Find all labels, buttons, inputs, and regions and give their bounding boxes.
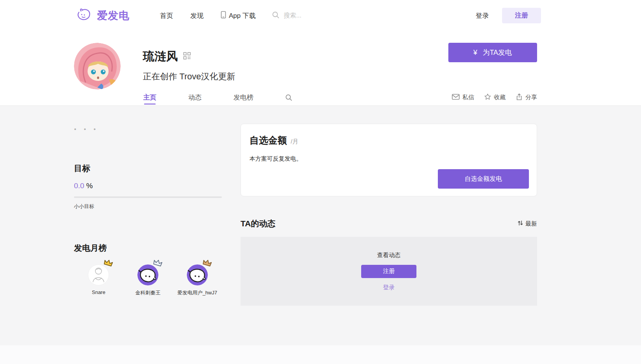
- afdian-logo-icon: [76, 8, 92, 23]
- feed-locked-box: 查看动态 注册 登录: [241, 237, 537, 306]
- plan-description: 本方案可反复发电。: [249, 155, 529, 163]
- tab-home[interactable]: 主页: [143, 89, 156, 105]
- goal-percent: 0.0%: [74, 182, 222, 190]
- supporter-avatar: [187, 264, 208, 285]
- profile-info: 琉涟风 正在创作 Trove汉化更新: [143, 43, 235, 89]
- creator-status: 正在创作 Trove汉化更新: [143, 71, 235, 82]
- feed-sort-control[interactable]: 最新: [518, 220, 537, 228]
- favorite-action[interactable]: 收藏: [484, 93, 506, 102]
- feed-login-link[interactable]: 登录: [383, 284, 395, 291]
- supporter-avatar: [88, 264, 109, 285]
- intro-dots: 。。。: [74, 124, 222, 131]
- supporter-name: 爱发电用户_hwJ7: [177, 289, 217, 296]
- monthly-rank-list: Snare: [74, 264, 222, 296]
- feed-sort-label: 最新: [525, 220, 537, 228]
- afdian-logo[interactable]: 爱发电: [76, 8, 130, 23]
- tab-rank[interactable]: 发电榜: [234, 89, 253, 105]
- share-icon: [516, 93, 523, 102]
- top-navigation: 爱发电 首页 发现 App 下载 登录 注册: [0, 0, 641, 31]
- page-content: 。。。 目标 0.0% 小小目标 发电月榜: [0, 106, 641, 345]
- feed-register-button[interactable]: 注册: [361, 265, 416, 278]
- star-icon: [484, 93, 491, 102]
- goal-section-title: 目标: [74, 163, 222, 174]
- monthly-rank-title: 发电月榜: [74, 243, 222, 254]
- nav-item-home[interactable]: 首页: [160, 11, 173, 20]
- feed-title: TA的动态: [241, 218, 275, 229]
- sponsor-button[interactable]: ¥ 为TA发电: [448, 43, 537, 62]
- supporter-name: Snare: [92, 289, 105, 295]
- share-action[interactable]: 分享: [516, 93, 537, 102]
- sort-icon: [518, 220, 523, 227]
- goal-progress-bar: [74, 196, 222, 198]
- nav-item-app-download[interactable]: App 下载: [221, 11, 256, 21]
- feed-locked-message: 查看动态: [377, 252, 400, 259]
- supporter-item[interactable]: 爱发电用户_hwJ7: [172, 264, 222, 296]
- profile-tabs-row: 主页 动态 发电榜 私信 收藏: [0, 89, 641, 106]
- supporter-item[interactable]: 金科刺秦王: [123, 264, 173, 296]
- main-column: 自选金额 /月 本方案可反复发电。 自选金额发电 TA的动态 最新 查: [241, 124, 537, 345]
- sponsor-button-label: 为TA发电: [483, 48, 512, 57]
- search-input[interactable]: [283, 12, 322, 19]
- profile-tabs: 主页 动态 发电榜: [143, 89, 253, 105]
- tab-search-icon[interactable]: [285, 94, 292, 101]
- profile-header: 琉涟风 正在创作 Trove汉化更新 ¥ 为TA发电: [0, 31, 641, 89]
- footer-strip: [0, 345, 641, 364]
- feed-header: TA的动态 最新: [241, 218, 537, 229]
- qr-code-icon[interactable]: [183, 52, 191, 61]
- creator-name: 琉涟风: [143, 49, 178, 65]
- nav-item-discover[interactable]: 发现: [190, 11, 204, 20]
- phone-icon: [221, 11, 226, 21]
- plan-title: 自选金额: [249, 134, 287, 147]
- plan-card: 自选金额 /月 本方案可反复发电。 自选金额发电: [241, 124, 537, 196]
- profile-actions: 私信 收藏 分享: [452, 93, 537, 102]
- envelope-icon: [452, 94, 460, 101]
- login-button[interactable]: 登录: [476, 11, 489, 20]
- plan-period: /月: [291, 138, 298, 145]
- nav-search: [272, 11, 322, 20]
- message-action[interactable]: 私信: [452, 94, 474, 101]
- tab-feed[interactable]: 动态: [188, 89, 202, 105]
- custom-amount-sponsor-button[interactable]: 自选金额发电: [438, 169, 529, 189]
- goal-percent-value: 0.0: [74, 182, 84, 190]
- brand-name: 爱发电: [97, 9, 130, 23]
- supporter-name: 金科刺秦王: [135, 289, 161, 296]
- supporter-item[interactable]: Snare: [74, 264, 123, 296]
- creator-avatar-image: [74, 43, 121, 89]
- creator-avatar: [74, 43, 121, 89]
- left-sidebar: 。。。 目标 0.0% 小小目标 发电月榜: [74, 124, 222, 345]
- register-button[interactable]: 注册: [502, 8, 541, 23]
- topbar-right: 登录 注册: [476, 8, 541, 23]
- goal-caption: 小小目标: [74, 203, 222, 210]
- supporter-avatar: [137, 264, 158, 285]
- search-icon[interactable]: [272, 11, 279, 20]
- yuan-currency-symbol: ¥: [473, 49, 477, 57]
- nav-links: 首页 发现 App 下载: [160, 11, 256, 21]
- goal-percent-unit: %: [86, 182, 93, 190]
